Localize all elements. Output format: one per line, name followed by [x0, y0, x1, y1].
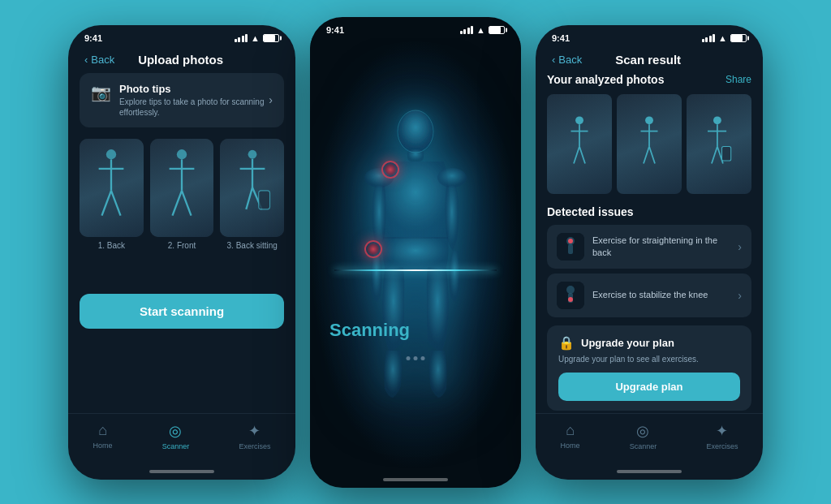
battery-icon-right	[730, 34, 747, 42]
svg-line-8	[172, 191, 182, 216]
photo-label-3: 3. Back sitting	[227, 241, 278, 250]
svg-point-19	[437, 168, 467, 187]
svg-point-40	[568, 239, 573, 243]
svg-rect-36	[722, 147, 731, 162]
issue-card-2[interactable]: Exercise to stabilize the knee ›	[547, 274, 751, 317]
upgrade-sub: Upgrade your plan to see all exercises.	[558, 354, 740, 364]
detected-title: Detected issues	[547, 205, 751, 218]
start-scanning-button[interactable]: Start scanning	[80, 294, 284, 329]
svg-point-0	[106, 149, 116, 159]
tab-exercises-label: Exercises	[239, 442, 270, 450]
scan-dot-knee	[364, 240, 382, 258]
photo-item-2: 2. Front	[150, 139, 214, 250]
exercises-icon-right: ✦	[716, 422, 728, 440]
scan-line	[334, 269, 497, 271]
signal-icon	[235, 34, 248, 42]
svg-rect-39	[568, 244, 573, 254]
time-right: 9:41	[552, 33, 570, 43]
status-icons-right: ▲	[702, 33, 747, 43]
svg-point-44	[568, 297, 573, 302]
wifi-icon: ▲	[251, 33, 260, 43]
tab-scanner-left[interactable]: ◎ Scanner	[162, 422, 190, 450]
tab-exercises-label-right: Exercises	[706, 442, 738, 450]
upgrade-section: 🔒 Upgrade your plan Upgrade your plan to…	[547, 325, 751, 411]
svg-line-9	[182, 191, 192, 216]
svg-point-31	[713, 116, 721, 124]
status-icons-middle: ▲	[460, 25, 505, 35]
home-icon-right: ⌂	[566, 422, 575, 439]
dot-3	[421, 356, 425, 360]
tips-subtitle: Explore tips to take a photo for scannin…	[119, 97, 269, 118]
tab-scanner-label: Scanner	[162, 442, 190, 450]
photo-tips-left: 📷 Photo tips Explore tips to take a phot…	[91, 83, 269, 118]
photo-thumb-2	[150, 139, 214, 237]
tab-home-left[interactable]: ⌂ Home	[93, 422, 113, 450]
share-button[interactable]: Share	[726, 74, 751, 85]
photo-item-1: 1. Back	[80, 139, 144, 250]
dot-2	[414, 356, 418, 360]
issue-card-1[interactable]: Exercise for straightening in the back ›	[547, 225, 751, 269]
scanner-icon: ◎	[169, 422, 182, 440]
lock-icon: 🔒	[558, 335, 575, 351]
home-indicator-left	[149, 470, 214, 473]
svg-line-3	[102, 191, 112, 216]
back-button-right[interactable]: ‹ Back	[552, 54, 582, 66]
tab-scanner-label-right: Scanner	[630, 442, 657, 450]
tab-exercises-left[interactable]: ✦ Exercises	[239, 422, 270, 450]
analyzed-photos-header: Your analyzed photos Share	[547, 73, 751, 86]
tips-text: Photo tips Explore tips to take a photo …	[119, 83, 269, 118]
time-left: 9:41	[84, 33, 102, 43]
analyzed-photo-1	[547, 94, 612, 194]
svg-rect-15	[258, 191, 269, 209]
tab-bar-right: ⌂ Home ◎ Scanner ✦ Exercises	[536, 413, 763, 463]
svg-line-34	[712, 147, 717, 164]
svg-rect-17	[407, 149, 424, 162]
upgrade-header: 🔒 Upgrade your plan	[558, 335, 740, 351]
tab-exercises-right[interactable]: ✦ Exercises	[706, 422, 738, 450]
issue-icon-2	[557, 282, 584, 309]
issue-text-1: Exercise for straightening in the back	[592, 235, 730, 258]
tips-title: Photo tips	[119, 83, 269, 95]
phone-middle: 9:41 ▲	[310, 17, 521, 488]
left-content: 📷 Photo tips Explore tips to take a phot…	[68, 73, 295, 329]
svg-point-42	[566, 286, 575, 294]
detected-issues-section: Detected issues Exercise for straighteni…	[547, 205, 751, 317]
scanning-label: Scanning	[329, 320, 410, 341]
issue-icon-1	[557, 233, 584, 261]
upgrade-plan-button[interactable]: Upgrade plan	[558, 373, 740, 401]
home-indicator-mid	[383, 478, 448, 481]
photo-tips-card[interactable]: 📷 Photo tips Explore tips to take a phot…	[80, 73, 284, 127]
photo-item-3: 3. Back sitting	[220, 139, 284, 250]
phone-left: 9:41 ▲ ‹ Back Upload photos	[68, 25, 295, 480]
signal-icon-mid	[460, 26, 474, 34]
tab-bar-left: ⌂ Home ◎ Scanner ✦ Exercises	[68, 413, 295, 463]
analyzed-photo-2	[617, 94, 682, 194]
camera-icon: 📷	[91, 83, 111, 102]
photo-label-1: 1. Back	[98, 241, 125, 250]
tab-scanner-right[interactable]: ◎ Scanner	[630, 422, 657, 450]
status-icons-left: ▲	[235, 33, 279, 43]
nav-bar-left: ‹ Back Upload photos	[68, 46, 295, 73]
signal-icon-right	[702, 34, 716, 42]
exercises-icon: ✦	[248, 422, 260, 440]
status-bar-right: 9:41 ▲	[536, 25, 763, 46]
svg-point-10	[248, 150, 256, 159]
analyzed-photo-3	[687, 94, 751, 194]
chevron-right-icon: ›	[269, 93, 273, 106]
photo-grid: 1. Back	[80, 139, 284, 250]
svg-line-29	[644, 147, 649, 164]
tab-home-label: Home	[93, 442, 113, 450]
home-icon: ⌂	[98, 422, 107, 439]
svg-line-13	[246, 187, 252, 209]
back-button-left[interactable]: ‹ Back	[84, 54, 114, 66]
page-title-right: Scan result	[615, 53, 681, 67]
nav-bar-right: ‹ Back Scan result	[536, 46, 763, 73]
right-content: Your analyzed photos Share	[536, 73, 763, 413]
issue-text-2: Exercise to stabilize the knee	[592, 289, 730, 300]
battery-icon	[263, 34, 279, 42]
svg-point-5	[177, 149, 187, 159]
time-middle: 9:41	[326, 25, 344, 35]
tab-home-right[interactable]: ⌂ Home	[561, 422, 580, 450]
photo-thumb-3	[220, 139, 284, 237]
upgrade-title: Upgrade your plan	[581, 337, 674, 349]
